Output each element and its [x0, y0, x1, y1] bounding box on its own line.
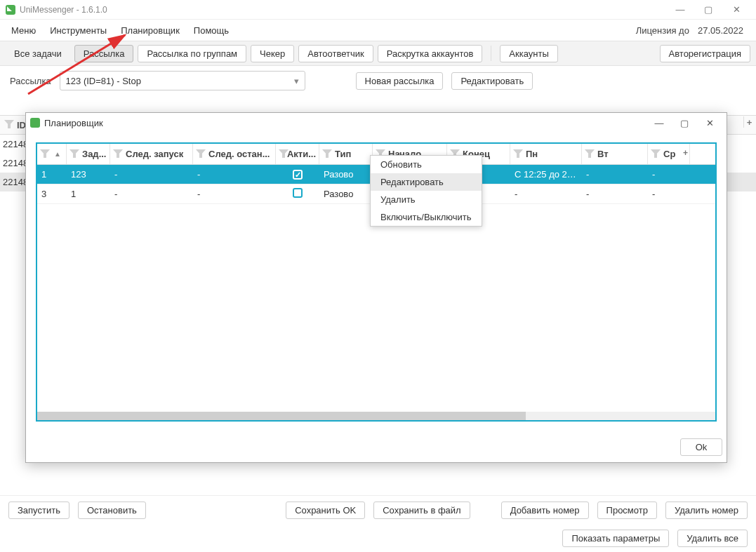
stop-button[interactable]: Остановить	[78, 501, 146, 519]
title-bar: UniMessenger - 1.6.1.0 — ▢ ✕	[0, 0, 756, 20]
dialog-ok-button[interactable]: Ok	[680, 438, 722, 456]
filter-icon[interactable]	[322, 149, 332, 159]
preview-button[interactable]: Просмотр	[597, 501, 657, 519]
col-wednesday[interactable]: Ср+	[648, 144, 690, 164]
ctx-edit[interactable]: Редактировать	[371, 173, 482, 191]
dialog-titlebar[interactable]: Планировщик — ▢ ✕	[26, 113, 727, 133]
ctx-refresh[interactable]: Обновить	[371, 156, 482, 173]
filter-icon[interactable]	[279, 149, 284, 159]
filter-icon[interactable]	[113, 149, 123, 159]
filter-icon[interactable]	[513, 149, 523, 159]
save-file-button[interactable]: Сохранить в файл	[373, 501, 470, 519]
dialog-minimize-button[interactable]: —	[646, 113, 672, 133]
scheduler-dialog: Планировщик — ▢ ✕ ▲ Зад... След. запуск …	[25, 112, 727, 463]
col-monday[interactable]: Пн	[510, 144, 582, 164]
add-number-button[interactable]: Добавить номер	[501, 501, 589, 519]
menu-item-scheduler[interactable]: Планировщик	[114, 22, 187, 39]
col-id[interactable]: ▲	[37, 144, 67, 164]
dialog-title: Планировщик	[44, 118, 646, 128]
license-date: 27.05.2022	[698, 25, 743, 36]
maximize-button[interactable]: ▢	[694, 0, 722, 20]
save-ok-button[interactable]: Сохранить OK	[286, 501, 365, 519]
dialog-close-button[interactable]: ✕	[697, 113, 722, 133]
minimize-button[interactable]: —	[666, 0, 694, 20]
dialog-maximize-button[interactable]: ▢	[672, 113, 697, 133]
mailing-select[interactable]: 123 (ID=81) - Stop ▾	[60, 71, 305, 90]
bottom-toolbar: Запустить Остановить Сохранить OK Сохран…	[0, 495, 756, 552]
new-mailing-button[interactable]: Новая рассылка	[356, 72, 444, 90]
filter-icon[interactable]	[651, 149, 661, 159]
autoreg-button[interactable]: Авторегистрация	[660, 45, 750, 62]
menu-item-help[interactable]: Помощь	[187, 22, 236, 39]
menu-item-tools[interactable]: Инструменты	[43, 22, 114, 39]
filter-icon[interactable]	[585, 149, 595, 159]
filter-icon[interactable]	[196, 149, 206, 159]
license-label: Лицензия до	[636, 25, 689, 36]
col-task[interactable]: Зад...	[67, 144, 110, 164]
chevron-down-icon: ▾	[294, 76, 299, 86]
add-column-icon[interactable]: +	[743, 116, 755, 128]
ctx-delete[interactable]: Удалить	[371, 191, 482, 208]
tab-autoresponder[interactable]: Автоответчик	[298, 45, 373, 62]
col-next-stop[interactable]: След. остан...	[193, 144, 276, 164]
tab-mailing[interactable]: Рассылка	[74, 45, 134, 62]
mailing-subrow: Рассылка 123 (ID=81) - Stop ▾ Новая расс…	[0, 66, 756, 95]
col-type[interactable]: Тип	[319, 144, 373, 164]
filter-icon[interactable]	[69, 149, 79, 159]
sort-asc-icon: ▲	[54, 150, 61, 158]
start-button[interactable]: Запустить	[8, 501, 69, 519]
delete-number-button[interactable]: Удалить номер	[665, 501, 748, 519]
col-active[interactable]: Акти...	[276, 144, 319, 164]
close-button[interactable]: ✕	[722, 0, 750, 20]
tab-promotion[interactable]: Раскрутка аккаунтов	[378, 45, 483, 62]
tab-mailing-groups[interactable]: Рассылка по группам	[138, 45, 246, 62]
mailing-select-value: 123 (ID=81) - Stop	[66, 76, 141, 86]
filter-icon[interactable]	[4, 120, 14, 130]
license-info: Лицензия до 27.05.2022	[636, 25, 752, 36]
filter-icon[interactable]	[40, 149, 50, 159]
accounts-button[interactable]: Аккаунты	[500, 45, 557, 62]
col-next-run[interactable]: След. запуск	[110, 144, 193, 164]
col-tuesday[interactable]: Вт	[582, 144, 648, 164]
tab-checker[interactable]: Чекер	[251, 45, 294, 62]
context-menu: Обновить Редактировать Удалить Включить/…	[370, 155, 482, 227]
add-column-icon[interactable]: +	[683, 148, 688, 158]
edit-mailing-button[interactable]: Редактировать	[451, 72, 533, 90]
app-title: UniMessenger - 1.6.1.0	[20, 5, 666, 15]
active-checkbox[interactable]	[293, 170, 303, 180]
app-icon	[6, 5, 15, 15]
active-checkbox[interactable]	[293, 188, 303, 198]
app-icon	[30, 118, 40, 128]
tab-all-tasks[interactable]: Все задачи	[6, 46, 70, 62]
delete-all-button[interactable]: Удалить все	[677, 530, 748, 547]
menu-bar: Меню Инструменты Планировщик Помощь Лице…	[0, 20, 756, 41]
menu-item-menu[interactable]: Меню	[4, 22, 43, 39]
tabs-toolbar: Все задачи Рассылка Рассылка по группам …	[0, 41, 756, 66]
mailing-label: Рассылка	[10, 76, 51, 86]
show-params-button[interactable]: Показать параметры	[562, 530, 669, 547]
horizontal-scrollbar[interactable]	[37, 412, 715, 420]
ctx-toggle[interactable]: Включить/Выключить	[371, 208, 482, 226]
